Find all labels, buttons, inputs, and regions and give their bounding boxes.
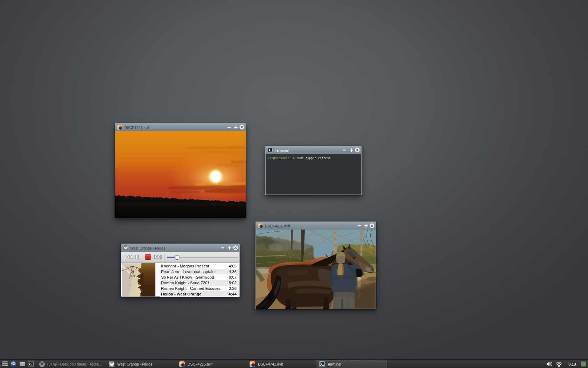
svg-text:0.13: 0.13 <box>568 362 576 366</box>
